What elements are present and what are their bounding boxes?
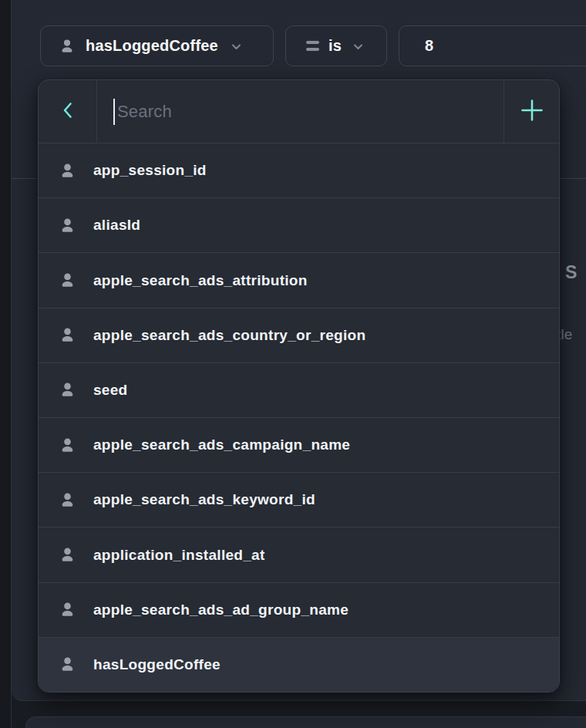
list-item-label: apple_search_ads_country_or_region [93, 327, 365, 344]
chevron-down-icon [352, 41, 364, 52]
list-item-label: apple_search_ads_attribution [93, 272, 308, 289]
back-button[interactable] [39, 80, 97, 143]
user-icon [59, 602, 76, 618]
user-icon [59, 327, 76, 343]
property-dropdown-panel: Search app_session_id aliasId apple_sear… [38, 79, 560, 693]
user-icon [59, 272, 76, 288]
list-item[interactable]: apple_search_ads_country_or_region [39, 308, 559, 362]
property-chip-label: hasLoggedCoffee [86, 37, 218, 55]
add-property-button[interactable] [503, 80, 559, 143]
list-item-label: app_session_id [93, 162, 207, 179]
list-item[interactable]: application_installed_at [39, 527, 559, 581]
user-icon [59, 656, 76, 672]
background-card-bottom [25, 716, 586, 728]
equals-icon [306, 41, 319, 51]
chevron-left-icon [60, 101, 76, 123]
user-icon [59, 217, 76, 234]
list-item-label: apple_search_ads_keyword_id [93, 491, 315, 508]
text-caret [113, 99, 115, 125]
list-item[interactable]: apple_search_ads_ad_group_name [39, 582, 559, 637]
list-item-label: apple_search_ads_campaign_name [93, 436, 350, 453]
list-item[interactable]: seed [39, 362, 559, 417]
list-item-selected[interactable]: hasLoggedCoffee [39, 637, 559, 692]
list-item[interactable]: apple_search_ads_keyword_id [39, 472, 559, 527]
value-filter-chip[interactable]: 8 [399, 25, 586, 66]
search-placeholder: Search [117, 102, 172, 122]
list-item[interactable]: app_session_id [39, 143, 559, 197]
list-item[interactable]: aliasId [39, 197, 559, 252]
dropdown-header: Search [39, 80, 559, 143]
chevron-down-icon [231, 41, 242, 52]
list-item-label: seed [93, 382, 128, 399]
user-icon [59, 547, 76, 563]
property-list: app_session_id aliasId apple_search_ads_… [39, 143, 559, 692]
list-item-label: apple_search_ads_ad_group_name [93, 602, 349, 618]
user-icon [59, 382, 76, 398]
list-item-label: application_installed_at [93, 547, 265, 564]
plus-icon [520, 99, 544, 125]
list-item-label: aliasId [93, 217, 140, 234]
left-rail [0, 0, 12, 728]
list-item[interactable]: apple_search_ads_attribution [39, 252, 559, 307]
user-icon [59, 492, 76, 508]
user-icon [59, 163, 76, 179]
search-input[interactable]: Search [97, 80, 503, 143]
property-filter-chip[interactable]: hasLoggedCoffee [40, 25, 274, 66]
user-icon [59, 437, 76, 453]
operator-filter-chip[interactable]: is [285, 25, 387, 66]
user-icon [59, 39, 75, 54]
value-chip-value: 8 [425, 37, 433, 55]
list-item[interactable]: apple_search_ads_campaign_name [39, 417, 559, 472]
list-item-label: hasLoggedCoffee [93, 656, 221, 673]
operator-chip-label: is [328, 37, 342, 55]
